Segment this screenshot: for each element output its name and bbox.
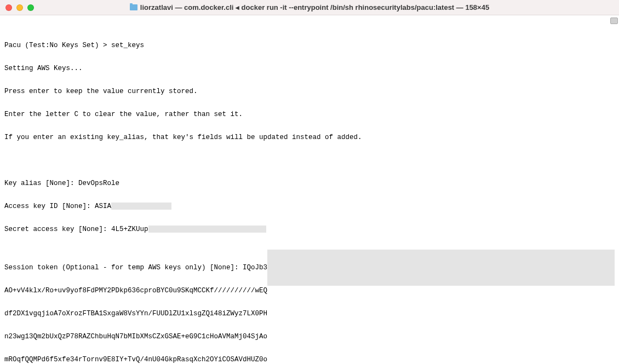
output-line: If you enter an existing key_alias, that…	[4, 134, 615, 141]
maximize-button[interactable]	[27, 4, 34, 11]
close-button[interactable]	[5, 4, 12, 11]
window-titlebar: liorzatlavi — com.docker.cli ◂ docker ru…	[0, 0, 619, 15]
traffic-lights	[5, 4, 34, 11]
access-key-label: Access key ID [None]:	[4, 203, 95, 210]
blank-line	[4, 157, 615, 164]
window-title-text: liorzatlavi — com.docker.cli ◂ docker ru…	[140, 3, 489, 11]
output-line: Enter the letter C to clear the value, r…	[4, 111, 615, 118]
redacted-block-large	[267, 250, 615, 286]
window-title: liorzatlavi — com.docker.cli ◂ docker ru…	[0, 3, 619, 11]
prompt-1: Pacu (Test:No Keys Set) >	[4, 42, 111, 49]
terminal[interactable]: Pacu (Test:No Keys Set) > set_keys Setti…	[0, 15, 619, 364]
access-key-value: ASIA	[95, 203, 111, 210]
token-line: AO+vV4klx/Ro+uv9yof8FdPMY2PDkp636cproBYC…	[4, 287, 267, 294]
secret-key-value: 4L5+ZKUup	[111, 226, 148, 233]
token-line: mROqfQQMPd6f5xfe34rTornv9E8IY+TvQ/4nU04G…	[4, 356, 267, 363]
folder-icon	[130, 4, 137, 10]
scrollbar-indicator[interactable]	[610, 18, 618, 24]
command-set-keys: set_keys	[111, 42, 144, 49]
session-token-label: Session token (Optional - for temp AWS k…	[4, 264, 243, 271]
key-alias-label: Key alias [None]:	[4, 180, 78, 187]
secret-key-label: Secret access key [None]:	[4, 226, 111, 233]
session-token-value: IQoJb3	[243, 264, 267, 271]
minimize-button[interactable]	[16, 4, 23, 11]
output-line: Setting AWS Keys...	[4, 65, 615, 72]
token-line: n23wg13Qm2bUxQzP78RAZChbuHqN7bMIbXMsCZxG…	[4, 333, 267, 340]
key-alias-value: DevOpsRole	[78, 180, 119, 187]
redacted-block	[111, 203, 171, 210]
output-line: Press enter to keep the value currently …	[4, 88, 615, 95]
token-line: df2DX1vgqjioA7oXrozFTBA1SxgaW8VsYYn/FUUD…	[4, 310, 267, 317]
redacted-block	[148, 226, 266, 233]
